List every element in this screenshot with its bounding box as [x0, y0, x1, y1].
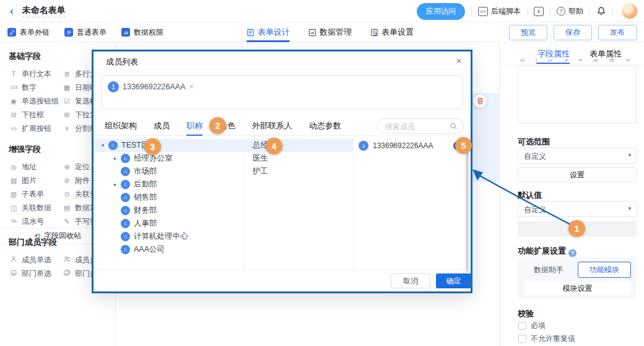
optional-range-label: 可选范围 [518, 136, 550, 148]
divider [550, 7, 550, 16]
search-icon [450, 122, 458, 130]
form-title[interactable]: 未命名表单 [22, 5, 66, 17]
caret-down-icon[interactable]: ▾ [100, 143, 106, 148]
tree-node-dept[interactable]: ⌂ 计算机处理中心 [94, 230, 243, 243]
no-duplicate-checkbox-row[interactable]: 不允许重复值 [518, 334, 575, 344]
department-icon: ⌂ [121, 180, 130, 189]
backend-script-button[interactable]: </> 后端脚本 [478, 6, 521, 17]
tab-field-properties[interactable]: 字段属性 [537, 48, 570, 60]
function-module-button[interactable]: 功能模块 [578, 262, 631, 278]
tree-node-dept[interactable]: ⌂ 市场部 [94, 165, 243, 178]
tab-form-properties[interactable]: 表单属性 [590, 48, 622, 60]
checkbox-unchecked[interactable] [518, 335, 526, 343]
cancel-button[interactable]: 取消 [391, 273, 430, 288]
caret-right-icon[interactable]: ▸ [112, 156, 118, 161]
scrollbar[interactable] [466, 144, 469, 272]
department-icon: ⌂ [121, 154, 130, 163]
job-title-item[interactable]: 总经理 [244, 139, 353, 152]
publish-button[interactable]: 发布 [598, 25, 637, 40]
tree-node-dept[interactable]: ⌂ 人事部 [94, 217, 243, 230]
selected-members-box[interactable]: 1 13369692226AAA × [101, 75, 463, 109]
tab-org-structure[interactable]: 组织架构 [105, 117, 137, 136]
field-type-dropdown[interactable]: ⊟下拉框 [9, 108, 62, 122]
form-external-link[interactable]: 表单外链 [7, 27, 50, 38]
tree-node-dept[interactable]: ⌂ 财务部 [94, 204, 243, 217]
code-icon: </> [478, 7, 488, 16]
tab-form-design[interactable]: 表单设计 [246, 27, 290, 38]
tab-dynamic-params[interactable]: 动态参数 [309, 117, 341, 136]
single-line-text-icon: T [9, 71, 19, 78]
form-link-tools: 表单外链 普通表单 数据权限 [7, 22, 163, 42]
subform-icon: ▥ [9, 191, 19, 198]
divider [471, 7, 472, 16]
field-type-member-single[interactable]: 成员单选 [9, 253, 62, 267]
field-type-single-line[interactable]: T单行文本 [9, 67, 62, 81]
member-row[interactable]: 1 13369692226AAA [354, 139, 466, 152]
modal-title: 成员列表 [106, 56, 138, 68]
dept-single-icon [9, 269, 19, 278]
tree-node-dept[interactable]: ▸ ⌂ 后勤部 [94, 178, 243, 191]
annotation-circle-3: 3 [144, 138, 161, 155]
tab-job-title[interactable]: 职称 [186, 117, 202, 136]
remove-tag-icon[interactable]: × [189, 82, 193, 91]
field-type-serial-number[interactable]: №流水号 [9, 215, 62, 228]
field-description-editor[interactable] [518, 66, 637, 123]
annotation-circle-5: 5 [455, 137, 472, 154]
dropdown-multi-icon: ⊞ [62, 112, 72, 118]
help-button[interactable]: ? 帮助 [557, 6, 583, 17]
field-type-image[interactable]: ▨图片 [9, 174, 62, 187]
translate-button[interactable]: A [534, 7, 544, 16]
tree-node-dept[interactable]: ▸ ⌂ 经理办公室 [94, 152, 243, 165]
app-access-button[interactable]: 应用访问 [417, 3, 465, 20]
user-avatar[interactable] [622, 3, 638, 19]
data-helper-button[interactable]: 数据助手 [524, 262, 573, 278]
checkbox-unchecked[interactable] [518, 322, 526, 330]
tree-node-dept[interactable]: ⌂ AAA公司 [94, 243, 243, 256]
save-button[interactable]: 保存 [554, 25, 592, 40]
richtext-toolbar-icons[interactable]: B I U S ≡ ≣ ⊞ ↺ ↻ [520, 59, 638, 64]
tab-members[interactable]: 成员 [154, 117, 170, 136]
form-design-icon [246, 29, 255, 37]
field-type-related-data[interactable]: ◫关联数据 [9, 201, 62, 215]
tab-external-contacts[interactable]: 外部联系人 [252, 117, 292, 136]
validation-label: 校验 [518, 308, 534, 319]
required-checkbox-row[interactable]: 必填 [518, 321, 546, 331]
field-type-radio-group[interactable]: ◉单选按钮组 [9, 94, 62, 108]
bar-chart-icon [121, 28, 130, 37]
question-icon[interactable]: ? [568, 249, 577, 257]
sub-toolbar: 表单外链 普通表单 数据权限 表单设计 数据管理 [0, 22, 644, 42]
job-title-item[interactable]: 医生 [244, 152, 353, 165]
preview-button[interactable]: 预览 [509, 25, 547, 40]
divider [590, 7, 590, 16]
member-result-list: 1 13369692226AAA [354, 139, 466, 152]
tab-data-management[interactable]: 数据管理 [308, 27, 352, 38]
search-input[interactable] [385, 120, 450, 133]
delete-field-button[interactable] [473, 94, 487, 108]
field-type-subform[interactable]: ▥子表单 [9, 187, 62, 201]
field-type-extend-button[interactable]: ▭扩展按钮 [9, 122, 62, 135]
normal-form[interactable]: 普通表单 [64, 27, 107, 38]
tree-node-team[interactable]: ▾ ⌂ TEST团队 [94, 139, 243, 152]
range-settings-button[interactable]: 设置 [518, 167, 637, 182]
location-icon: ⊕ [62, 164, 72, 171]
confirm-button[interactable]: 确定 [436, 273, 471, 288]
tree-node-dept[interactable]: ⌂ 销售部 [94, 191, 243, 204]
tab-form-settings[interactable]: 表单设置 [370, 27, 414, 38]
back-icon[interactable]: ‹ [10, 6, 14, 16]
module-settings-button[interactable]: 模块设置 [524, 282, 631, 295]
department-icon: ⌂ [121, 245, 130, 254]
default-value-select[interactable]: 自定义 ▾ [518, 201, 637, 217]
optional-range-select[interactable]: 自定义 ▾ [518, 148, 637, 164]
data-permission[interactable]: 数据权限 [121, 27, 163, 38]
close-icon[interactable]: × [456, 54, 462, 69]
department-icon: ⌂ [121, 206, 130, 215]
department-icon: ⌂ [121, 232, 130, 241]
data-management-icon [308, 29, 316, 37]
job-title-item[interactable]: 护工 [244, 165, 353, 178]
field-type-address[interactable]: ◎地址 [9, 160, 62, 174]
notification-button[interactable] [596, 6, 606, 16]
field-type-dept-single[interactable]: 部门单选 [9, 267, 62, 280]
caret-right-icon[interactable]: ▸ [112, 182, 118, 187]
attachment-icon: ⊘ [62, 177, 72, 184]
field-type-number[interactable]: 123数字 [9, 81, 62, 94]
